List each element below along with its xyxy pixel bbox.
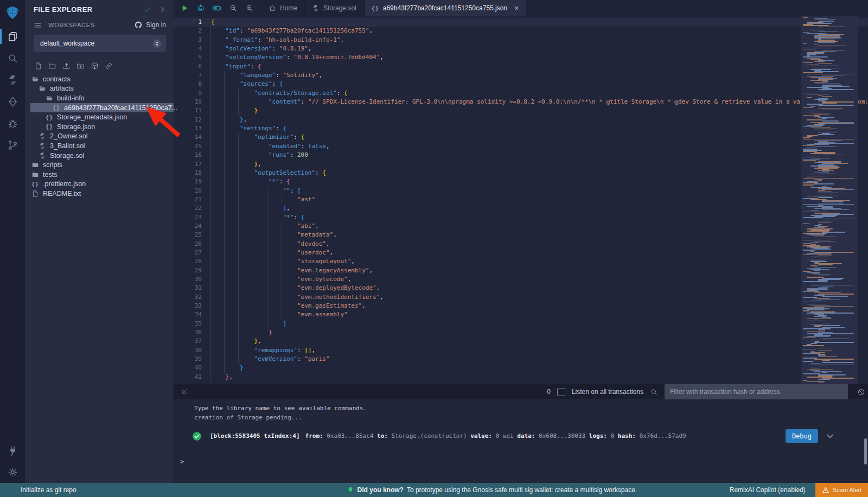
tree-item--prettierrc-json[interactable]: {}.prettierrc.json bbox=[30, 180, 174, 189]
did-you-know-tip: Did you know? To prototype using the Gno… bbox=[254, 486, 730, 494]
code-line: 10 "content": "// SPDX-License-Identifie… bbox=[174, 98, 868, 106]
code-line: 8 "sources": { bbox=[174, 80, 868, 88]
code-line: 35 ] bbox=[174, 320, 868, 328]
debug-button[interactable]: Debug bbox=[786, 429, 818, 443]
code-line: 34 "evm.assembly" bbox=[174, 310, 868, 319]
code-line: 7 "language": "Solidity", bbox=[174, 71, 868, 80]
run-script-icon[interactable] bbox=[180, 4, 189, 12]
scam-alert-badge[interactable]: Scam Alert bbox=[815, 483, 868, 497]
code-line: 27 "userdoc", bbox=[174, 248, 868, 257]
workspace-select[interactable]: default_workspace bbox=[34, 35, 166, 52]
terminal: 0 Listen on all transactions Type the li… bbox=[174, 384, 868, 483]
new-file-icon[interactable] bbox=[34, 62, 42, 70]
transaction-row[interactable]: [block:5583405 txIndex:4]from: 0xa03...8… bbox=[174, 429, 868, 443]
tree-item-contracts[interactable]: contracts bbox=[30, 74, 174, 84]
tree-item-label: tests bbox=[43, 171, 57, 179]
code-line: 4 "solcVersion": "0.8.19", bbox=[174, 44, 868, 53]
tab-home[interactable]: Home bbox=[261, 0, 305, 16]
chevron-right-icon[interactable] bbox=[159, 6, 166, 13]
lightbulb-icon bbox=[347, 486, 354, 494]
tree-item-label: 3_Ballot.sol bbox=[50, 142, 85, 150]
solidity-compiler-icon[interactable] bbox=[0, 72, 25, 88]
tab-a69b43f277ba20fcac141151250ca755-json[interactable]: {}a69b43f277ba20fcac141151250ca755.json× bbox=[364, 0, 527, 16]
clear-console-icon[interactable] bbox=[857, 388, 865, 396]
code-line: 40 } bbox=[174, 364, 868, 372]
code-line: 2 "id": "a69b43f277ba20fcac141151250ca75… bbox=[174, 27, 868, 35]
json-braces-icon: {} bbox=[31, 181, 39, 187]
code-line: 1{ bbox=[174, 18, 868, 27]
solidity-file-icon bbox=[312, 4, 320, 12]
tree-item-storage-metadata-json[interactable]: {}Storage_metadata.json bbox=[30, 112, 174, 122]
remix-logo-icon[interactable] bbox=[0, 3, 25, 23]
file-explorer-icon[interactable] bbox=[0, 28, 25, 44]
tree-item-3-ballot-sol[interactable]: 3_Ballot.sol bbox=[30, 141, 174, 151]
ipfs-cube-icon[interactable] bbox=[91, 62, 99, 70]
solidity-file-icon bbox=[39, 152, 46, 160]
tree-item-tests[interactable]: tests bbox=[30, 170, 174, 180]
zoom-in-icon[interactable] bbox=[245, 4, 254, 12]
folder-open-icon bbox=[31, 75, 39, 83]
file-explorer-panel: FILE EXPLORER WORKSPACES Sign in default… bbox=[25, 0, 174, 483]
tab-label: a69b43f277ba20fcac141151250ca755.json bbox=[383, 4, 507, 12]
tab-label: Storage.sol bbox=[323, 4, 356, 12]
tab-storage-sol[interactable]: Storage.sol bbox=[305, 0, 364, 16]
code-line: 25 "metadata", bbox=[174, 231, 868, 239]
icon-sidebar bbox=[0, 0, 25, 483]
code-editor[interactable]: 1{2 "id": "a69b43f277ba20fcac141151250ca… bbox=[174, 16, 868, 384]
tx-count: 0 bbox=[547, 388, 551, 396]
debugger-icon[interactable] bbox=[0, 115, 25, 131]
tree-item-2-owner-sol[interactable]: 2_Owner.sol bbox=[30, 132, 174, 142]
code-line: 31 "evm.deployedBytecode", bbox=[174, 284, 868, 292]
tree-item-a69b43f277ba20fcac141151250ca7-[interactable]: {}a69b43f277ba20fcac141151250ca7... bbox=[30, 103, 174, 113]
upload-folder-icon[interactable] bbox=[76, 62, 85, 70]
transaction-filter-input[interactable] bbox=[665, 384, 848, 399]
close-tab-icon[interactable]: × bbox=[514, 4, 519, 12]
tree-item-artifacts[interactable]: artifacts bbox=[30, 84, 174, 94]
code-line: 5 "solcLongVersion": "0.8.19+commit.7dd6… bbox=[174, 53, 868, 62]
deploy-run-icon[interactable] bbox=[0, 93, 25, 110]
expand-tx-chevron-icon[interactable] bbox=[826, 432, 834, 441]
terminal-line: Type the library name to see available c… bbox=[174, 404, 868, 413]
tree-item-label: contracts bbox=[43, 75, 71, 83]
sign-in-button[interactable]: Sign in bbox=[134, 21, 166, 29]
tree-item-build-info[interactable]: build-info bbox=[30, 93, 174, 103]
zoom-out-icon[interactable] bbox=[229, 4, 238, 12]
page-icon bbox=[31, 190, 39, 197]
search-icon[interactable] bbox=[0, 50, 25, 66]
git-icon[interactable] bbox=[0, 137, 25, 153]
plugin-manager-icon[interactable] bbox=[0, 442, 25, 458]
code-line: 38 "remappings": [], bbox=[174, 346, 868, 355]
terminal-search-icon[interactable] bbox=[650, 388, 658, 396]
home-icon bbox=[269, 4, 276, 12]
code-line: 22 ], bbox=[174, 204, 868, 213]
code-line: 26 "devdoc", bbox=[174, 240, 868, 248]
status-right: RemixAI Copilot (enabled) Scam Alert bbox=[730, 483, 868, 497]
folder-icon bbox=[31, 171, 39, 179]
hamburger-menu-icon[interactable] bbox=[34, 21, 42, 29]
terminal-scrollbar[interactable] bbox=[864, 438, 867, 464]
git-init-status[interactable]: Initialize as git repo bbox=[0, 486, 254, 494]
json-braces-icon: {} bbox=[46, 124, 53, 130]
expand-terminal-icon[interactable] bbox=[180, 388, 188, 396]
upload-file-icon[interactable] bbox=[62, 62, 71, 70]
code-content[interactable]: 1{2 "id": "a69b43f277ba20fcac141151250ca… bbox=[174, 18, 868, 381]
listen-checkbox[interactable] bbox=[557, 388, 565, 396]
copilot-toggle-icon[interactable] bbox=[213, 4, 221, 12]
tree-item-storage-json[interactable]: {}Storage.json bbox=[30, 122, 174, 132]
editor-column: HomeStorage.sol{}a69b43f277ba20fcac14115… bbox=[174, 0, 868, 483]
tx-success-check-icon bbox=[192, 431, 202, 441]
settings-icon[interactable] bbox=[0, 464, 25, 480]
workspace-dropdown-icon bbox=[152, 39, 162, 49]
link-icon[interactable] bbox=[105, 62, 113, 70]
minimap[interactable] bbox=[801, 16, 858, 384]
code-line: 29 "evm.legacyAssembly", bbox=[174, 266, 868, 275]
tree-item-storage-sol[interactable]: Storage.sol bbox=[30, 151, 174, 161]
tree-item-readme-txt[interactable]: README.txt bbox=[30, 189, 174, 199]
tree-item-label: a69b43f277ba20fcac141151250ca7... bbox=[64, 104, 177, 112]
tree-item-scripts[interactable]: scripts bbox=[30, 160, 174, 170]
ai-copilot-icon[interactable] bbox=[196, 4, 205, 12]
workspaces-row: WORKSPACES Sign in bbox=[25, 16, 174, 31]
code-line: 17 }, bbox=[174, 160, 868, 169]
new-folder-icon[interactable] bbox=[48, 62, 56, 70]
code-line: 14 "optimizer": { bbox=[174, 133, 868, 142]
